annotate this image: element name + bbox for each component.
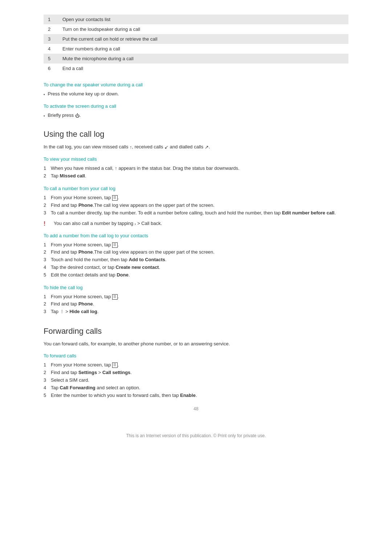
- add-from-log-list: 1 From your Home screen, tap ⠿. 2 Find a…: [44, 241, 348, 279]
- row-text: Turn on the loudspeaker during a call: [58, 24, 348, 34]
- row-text: Put the current call on hold or retrieve…: [58, 34, 348, 44]
- view-missed-calls-section: To view your missed calls 1 When you hav…: [44, 156, 348, 180]
- forward-calls-list: 1 From your Home screen, tap ⠿. 2 Find a…: [44, 361, 348, 399]
- table-row: 4Enter numbers during a call: [44, 44, 348, 54]
- list-item: 2 Find and tap Phone.: [44, 300, 348, 308]
- list-item: 2 Find and tap Settings > Call settings.: [44, 369, 348, 377]
- hide-call-log-section: To hide the call log 1 From your Home sc…: [44, 285, 348, 316]
- list-item: 1 From your Home screen, tap ⠿.: [44, 361, 348, 369]
- list-item: 3 Tap ⋮ > Hide call log.: [44, 308, 348, 316]
- list-item: 4 Tap the desired contact, or tap Create…: [44, 264, 348, 271]
- apps-icon-4: ⠿: [112, 362, 118, 368]
- missed-calls-icon: ↑: [130, 144, 132, 150]
- table-row: 6End a call: [44, 63, 348, 73]
- list-item: 1 When you have missed a call, ↑ appears…: [44, 165, 348, 172]
- table-row: 3Put the current call on hold or retriev…: [44, 34, 348, 44]
- apps-icon-3: ⠿: [112, 294, 118, 300]
- row-number: 3: [44, 34, 58, 44]
- using-call-log-section: Using the call log In the call log, you …: [44, 130, 348, 316]
- row-text: Open your contacts list: [58, 15, 348, 24]
- bullet-dot-icon: •: [44, 92, 45, 97]
- list-item: 3 Touch and hold the number, then tap Ad…: [44, 256, 348, 264]
- forwarding-calls-heading: Forwarding calls: [44, 327, 348, 336]
- list-item: 1 From your Home screen, tap ⠿.: [44, 241, 348, 249]
- view-missed-calls-heading: To view your missed calls: [44, 156, 348, 162]
- add-from-log-section: To add a number from the call log to you…: [44, 233, 348, 279]
- forward-calls-subsection: To forward calls 1 From your Home screen…: [44, 353, 348, 399]
- forward-calls-heading: To forward calls: [44, 353, 348, 358]
- call-controls-table: 1Open your contacts list2Turn on the lou…: [44, 15, 348, 73]
- row-number: 1: [44, 15, 58, 24]
- table-row: 1Open your contacts list: [44, 15, 348, 24]
- chevron-icon: ›: [135, 221, 136, 226]
- list-item: 5 Edit the contact details and tap Done.: [44, 271, 348, 279]
- add-from-log-heading: To add a number from the call log to you…: [44, 233, 348, 238]
- row-text: Enter numbers during a call: [58, 44, 348, 54]
- row-number: 6: [44, 63, 58, 73]
- row-number: 5: [44, 54, 58, 63]
- call-log-intro: In the call log, you can view missed cal…: [44, 143, 348, 151]
- call-from-log-heading: To call a number from your call log: [44, 186, 348, 191]
- list-item: 3 To call a number directly, tap the num…: [44, 209, 348, 217]
- activate-screen-bullet: • Briefly press ⏻.: [44, 112, 348, 119]
- ear-speaker-section: To change the ear speaker volume during …: [44, 82, 348, 98]
- view-missed-calls-list: 1 When you have missed a call, ↑ appears…: [44, 165, 348, 180]
- row-number: 2: [44, 24, 58, 34]
- row-text: End a call: [58, 63, 348, 73]
- ear-speaker-bullet: • Press the volume key up or down.: [44, 90, 348, 98]
- list-item: 2 Find and tap Phone.The call log view a…: [44, 249, 348, 256]
- hide-call-log-heading: To hide the call log: [44, 285, 348, 290]
- forwarding-calls-intro: You can forward calls, for example, to a…: [44, 340, 348, 348]
- list-item: 3 Select a SIM card.: [44, 377, 348, 384]
- table-row: 2Turn on the loudspeaker during a call: [44, 24, 348, 34]
- apps-icon: ⠿: [112, 195, 118, 201]
- dialled-calls-icon: ↗: [205, 144, 209, 150]
- list-item: 5 Enter the number to which you want to …: [44, 392, 348, 399]
- row-text: Mute the microphone during a call: [58, 54, 348, 63]
- received-calls-icon: ↙: [164, 144, 168, 150]
- power-icon: ⏻: [75, 113, 79, 118]
- list-item: 2 Tap Missed call.: [44, 172, 348, 180]
- table-row: 5Mute the microphone during a call: [44, 54, 348, 63]
- hide-call-log-list: 1 From your Home screen, tap ⠿. 2 Find a…: [44, 293, 348, 316]
- list-item: 1 From your Home screen, tap ⠿.: [44, 293, 348, 301]
- list-item: 1 From your Home screen, tap ⠿.: [44, 194, 348, 202]
- bullet-dot-icon-2: •: [44, 113, 45, 119]
- call-from-log-section: To call a number from your call log 1 Fr…: [44, 186, 348, 227]
- list-item: 2 Find and tap Phone.The call log view a…: [44, 202, 348, 209]
- warning-icon: !: [44, 221, 50, 227]
- call-from-log-list: 1 From your Home screen, tap ⠿. 2 Find a…: [44, 194, 348, 217]
- apps-icon-2: ⠿: [112, 242, 118, 248]
- ear-speaker-heading: To change the ear speaker volume during …: [44, 82, 348, 87]
- call-back-note: ! You can also call a number by tapping …: [44, 221, 348, 227]
- page-number: 48: [44, 406, 348, 411]
- activate-screen-section: To activate the screen during a call • B…: [44, 103, 348, 119]
- footer-copyright: This is an Internet version of this publ…: [44, 433, 348, 438]
- list-item: 4 Tap Call Forwarding and select an opti…: [44, 384, 348, 392]
- missed-icon-inline: ↑: [115, 166, 117, 171]
- activate-screen-heading: To activate the screen during a call: [44, 103, 348, 109]
- forwarding-calls-section: Forwarding calls You can forward calls, …: [44, 327, 348, 399]
- using-call-log-heading: Using the call log: [44, 130, 348, 139]
- more-icon: ⋮: [60, 309, 64, 315]
- row-number: 4: [44, 44, 58, 54]
